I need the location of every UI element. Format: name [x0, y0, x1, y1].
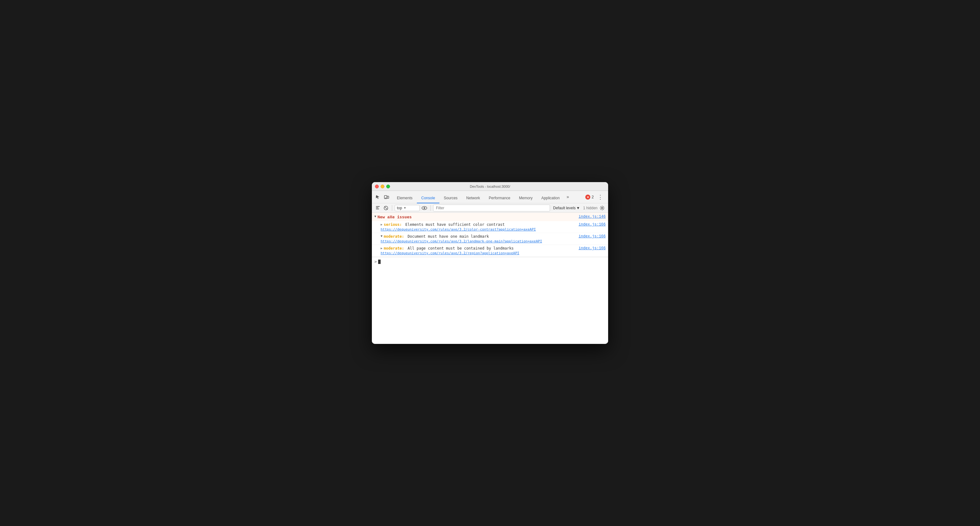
context-value: top [397, 206, 402, 210]
svg-rect-3 [376, 206, 380, 207]
svg-rect-4 [376, 207, 379, 208]
issue-2-ref[interactable]: index.js:166 [573, 234, 606, 238]
issue-1-desc: Elements must have sufficient color cont… [403, 222, 573, 227]
issue-2-severity: moderate: [384, 234, 404, 238]
svg-line-7 [384, 207, 388, 210]
issue-item: ▼ moderate: Document must have one main … [372, 233, 608, 245]
issue-3-url[interactable]: https://dequeuniversity.com/rules/axe/3.… [380, 251, 606, 255]
issue-group-title: New aXe issues [377, 215, 412, 219]
traffic-lights [375, 184, 390, 188]
svg-point-10 [601, 207, 603, 209]
more-options-button[interactable]: ⋮ [596, 194, 605, 200]
minimize-button[interactable] [380, 184, 384, 188]
error-badge[interactable]: ✕ 2 [585, 195, 594, 200]
tab-memory[interactable]: Memory [515, 193, 537, 203]
block-network-button[interactable] [382, 205, 390, 211]
issue-item: ▶ moderate: All page content must be con… [372, 245, 608, 257]
context-arrow-icon: ▼ [403, 206, 407, 210]
issue-3-ref[interactable]: index.js:166 [573, 246, 606, 251]
settings-button[interactable] [599, 205, 606, 211]
console-empty-space [372, 266, 608, 328]
clear-console-button[interactable] [374, 205, 381, 211]
error-icon: ✕ [585, 195, 590, 200]
group-triangle-icon[interactable]: ▼ [374, 215, 376, 218]
svg-point-9 [424, 207, 425, 209]
hidden-count: 1 hidden [583, 206, 598, 210]
svg-rect-5 [376, 209, 379, 209]
issue-item-header: ▶ serious: Elements must have sufficient… [380, 222, 606, 227]
close-button[interactable] [375, 184, 379, 188]
issue-group-ref[interactable]: index.js:146 [573, 215, 606, 219]
tabs: Elements Console Sources Network Perform… [393, 192, 583, 203]
issue-item: ▶ serious: Elements must have sufficient… [372, 221, 608, 233]
console-toolbar: top ▼ Default levels ▼ 1 hidden [372, 203, 608, 213]
tab-bar: Elements Console Sources Network Perform… [372, 191, 608, 203]
devtools-window: DevTools - localhost:3000/ Elements [372, 182, 608, 344]
issue-group-header[interactable]: ▼ New aXe issues index.js:146 [372, 213, 608, 221]
issue-1-severity: serious: [384, 222, 402, 227]
issue-1-url[interactable]: https://dequeuniversity.com/rules/axe/3.… [380, 227, 606, 232]
device-toolbar-button[interactable] [383, 194, 390, 200]
levels-label: Default levels [553, 206, 576, 210]
console-prompt-icon: > [374, 259, 377, 264]
error-count: 2 [592, 195, 594, 199]
issue-item-header: ▶ moderate: All page content must be con… [380, 246, 606, 251]
issue-item-header: ▼ moderate: Document must have one main … [380, 234, 606, 238]
issue-3-desc: All page content must be contained by la… [405, 246, 573, 251]
window-title: DevTools - localhost:3000/ [470, 184, 510, 188]
console-cursor [378, 259, 380, 264]
issue-2-desc: Document must have one main landmark [405, 234, 573, 238]
divider-2 [430, 205, 431, 211]
issue-3-triangle-icon[interactable]: ▶ [380, 246, 382, 250]
svg-rect-1 [387, 196, 389, 198]
issue-1-ref[interactable]: index.js:166 [573, 222, 606, 227]
tab-sources[interactable]: Sources [439, 193, 462, 203]
levels-arrow-icon: ▼ [576, 206, 580, 210]
issue-group: ▼ New aXe issues index.js:146 ▶ serious:… [372, 213, 608, 257]
inspect-element-button[interactable] [374, 194, 381, 200]
filter-input[interactable] [433, 205, 550, 211]
eye-button[interactable] [421, 205, 428, 211]
tab-network[interactable]: Network [462, 193, 484, 203]
console-content: ▼ New aXe issues index.js:146 ▶ serious:… [372, 213, 608, 344]
issue-3-severity: moderate: [384, 246, 404, 251]
tab-console[interactable]: Console [417, 193, 439, 203]
issue-2-triangle-icon[interactable]: ▼ [380, 235, 382, 238]
toolbar-right: ✕ 2 ⋮ [583, 194, 607, 203]
maximize-button[interactable] [386, 184, 390, 188]
console-input-row: > [372, 257, 608, 266]
issue-2-url[interactable]: https://dequeuniversity.com/rules/axe/3.… [380, 239, 606, 243]
levels-selector[interactable]: Default levels ▼ [551, 205, 582, 211]
toolbar-icons [373, 194, 393, 203]
title-bar: DevTools - localhost:3000/ [372, 182, 608, 191]
tab-performance[interactable]: Performance [484, 193, 515, 203]
issue-1-triangle-icon[interactable]: ▶ [380, 223, 382, 226]
tab-application[interactable]: Application [537, 193, 564, 203]
divider-1 [392, 205, 392, 211]
more-tabs-button[interactable]: » [564, 192, 571, 202]
context-selector[interactable]: top ▼ [395, 205, 420, 211]
tab-elements[interactable]: Elements [393, 193, 417, 203]
